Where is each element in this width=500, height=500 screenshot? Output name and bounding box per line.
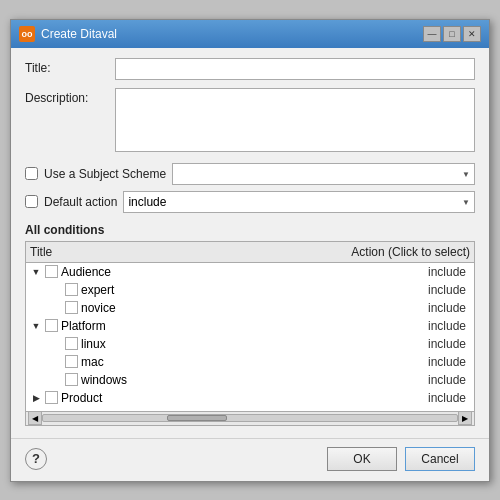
default-action-select[interactable]: include exclude passthrough flag xyxy=(123,191,475,213)
window-controls: — □ ✕ xyxy=(423,26,481,42)
title-input-area xyxy=(115,58,475,80)
action-linux[interactable]: include xyxy=(330,337,470,351)
default-action-checkbox[interactable] xyxy=(25,195,38,208)
all-conditions-label: All conditions xyxy=(25,223,475,237)
subject-scheme-row: Use a Subject Scheme xyxy=(25,163,475,185)
tree-row-audience[interactable]: ▼ Audience include xyxy=(26,263,474,281)
dialog-footer: ? OK Cancel xyxy=(11,438,489,481)
maximize-button[interactable]: □ xyxy=(443,26,461,42)
expand-icon-mac xyxy=(50,356,62,368)
default-action-select-wrapper: include exclude passthrough flag xyxy=(123,191,475,213)
tree-scroll-area[interactable]: ▼ Audience include expert include xyxy=(26,263,474,411)
label-mac: mac xyxy=(81,355,104,369)
horizontal-scrollbar[interactable] xyxy=(42,414,458,422)
cancel-button[interactable]: Cancel xyxy=(405,447,475,471)
label-linux: linux xyxy=(81,337,106,351)
tree-header-action: Action (Click to select) xyxy=(330,245,470,259)
checkbox-linux[interactable] xyxy=(65,337,78,350)
description-textarea[interactable] xyxy=(115,88,475,152)
tree-row-product[interactable]: ▶ Product include xyxy=(26,389,474,407)
checkbox-product[interactable] xyxy=(45,391,58,404)
ok-button[interactable]: OK xyxy=(327,447,397,471)
dialog-body: Title: Description: Use a Subject Scheme xyxy=(11,48,489,436)
label-platform: Platform xyxy=(61,319,106,333)
checkbox-expert[interactable] xyxy=(65,283,78,296)
title-input[interactable] xyxy=(115,58,475,80)
dialog-title: Create Ditaval xyxy=(41,27,117,41)
tree-row-windows[interactable]: windows include xyxy=(26,371,474,389)
expand-icon-novice xyxy=(50,302,62,314)
action-product[interactable]: include xyxy=(330,391,470,405)
conditions-tree: Title Action (Click to select) ▼ Audienc… xyxy=(25,241,475,426)
default-action-row: Default action include exclude passthrou… xyxy=(25,191,475,213)
subject-scheme-checkbox[interactable] xyxy=(25,167,38,180)
tree-header-title: Title xyxy=(30,245,330,259)
checkbox-novice[interactable] xyxy=(65,301,78,314)
action-mac[interactable]: include xyxy=(330,355,470,369)
subject-scheme-label: Use a Subject Scheme xyxy=(44,167,166,181)
action-audience[interactable]: include xyxy=(330,265,470,279)
checkbox-windows[interactable] xyxy=(65,373,78,386)
action-novice[interactable]: include xyxy=(330,301,470,315)
action-expert[interactable]: include xyxy=(330,283,470,297)
tree-row-mac[interactable]: mac include xyxy=(26,353,474,371)
tree-row-expert[interactable]: expert include xyxy=(26,281,474,299)
scroll-right-button[interactable]: ▶ xyxy=(458,411,472,425)
expand-icon-product[interactable]: ▶ xyxy=(30,392,42,404)
checkbox-platform[interactable] xyxy=(45,319,58,332)
minimize-button[interactable]: — xyxy=(423,26,441,42)
tree-row-novice[interactable]: novice include xyxy=(26,299,474,317)
title-label: Title: xyxy=(25,58,115,75)
checkbox-audience[interactable] xyxy=(45,265,58,278)
label-novice: novice xyxy=(81,301,116,315)
tree-row-platform[interactable]: ▼ Platform include xyxy=(26,317,474,335)
description-label: Description: xyxy=(25,88,115,105)
tree-row-linux[interactable]: linux include xyxy=(26,335,474,353)
scrollbar-thumb[interactable] xyxy=(167,415,227,421)
description-input-area xyxy=(115,88,475,155)
subject-scheme-select-wrapper xyxy=(172,163,475,185)
app-icon: oo xyxy=(19,26,35,42)
expand-icon-windows xyxy=(50,374,62,386)
expand-icon-platform[interactable]: ▼ xyxy=(30,320,42,332)
title-bar-left: oo Create Ditaval xyxy=(19,26,117,42)
close-button[interactable]: ✕ xyxy=(463,26,481,42)
subject-scheme-select[interactable] xyxy=(172,163,475,185)
tree-header: Title Action (Click to select) xyxy=(26,242,474,263)
checkbox-mac[interactable] xyxy=(65,355,78,368)
default-action-label: Default action xyxy=(44,195,117,209)
scroll-left-button[interactable]: ◀ xyxy=(28,411,42,425)
title-bar: oo Create Ditaval — □ ✕ xyxy=(11,20,489,48)
create-ditaval-dialog: oo Create Ditaval — □ ✕ Title: Descripti… xyxy=(10,19,490,482)
label-expert: expert xyxy=(81,283,114,297)
description-row: Description: xyxy=(25,88,475,155)
label-product: Product xyxy=(61,391,102,405)
help-button[interactable]: ? xyxy=(25,448,47,470)
horizontal-scrollbar-area: ◀ ▶ xyxy=(26,411,474,425)
label-audience: Audience xyxy=(61,265,111,279)
action-platform[interactable]: include xyxy=(330,319,470,333)
expand-icon-expert xyxy=(50,284,62,296)
label-windows: windows xyxy=(81,373,127,387)
expand-icon-linux xyxy=(50,338,62,350)
expand-icon-audience[interactable]: ▼ xyxy=(30,266,42,278)
action-windows[interactable]: include xyxy=(330,373,470,387)
title-row: Title: xyxy=(25,58,475,80)
footer-buttons: OK Cancel xyxy=(327,447,475,471)
